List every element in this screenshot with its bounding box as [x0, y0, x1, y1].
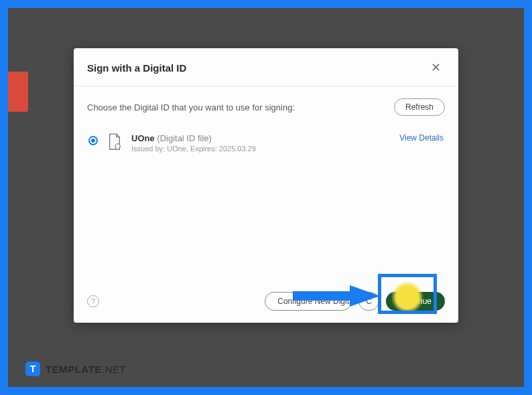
digital-id-option[interactable]: UOne (Digital ID file) Issued by: UOne, … [87, 131, 445, 155]
close-icon: ✕ [431, 61, 441, 74]
dialog-title: Sign with a Digital ID [87, 62, 186, 74]
digital-id-name: UOne [131, 133, 155, 143]
continue-button[interactable]: Continue [386, 292, 445, 311]
prompt-text: Choose the Digital ID that you want to u… [87, 102, 295, 112]
digital-id-name-line: UOne (Digital ID file) [131, 133, 390, 143]
help-icon[interactable]: ? [87, 295, 99, 307]
digital-id-issuer: Issued by: UOne, Expires: 2025.03.29 [131, 145, 390, 153]
watermark-brand: TEMPLATE [46, 364, 102, 375]
view-details-link[interactable]: View Details [399, 133, 444, 143]
watermark-suffix: .NET [102, 364, 126, 375]
svg-point-0 [115, 144, 120, 149]
app-background: Sign with a Digital ID ✕ Choose the Digi… [8, 8, 524, 387]
sign-digital-id-dialog: Sign with a Digital ID ✕ Choose the Digi… [74, 48, 458, 323]
watermark-text: TEMPLATE.NET [46, 364, 126, 375]
configure-new-id-button[interactable]: Configure New Digital ID [265, 292, 352, 311]
certificate-file-icon [107, 133, 122, 151]
cancel-button-partial[interactable]: C [358, 292, 379, 311]
dialog-body: Choose the Digital ID that you want to u… [74, 86, 458, 283]
close-button[interactable]: ✕ [427, 59, 445, 76]
radio-selected-icon[interactable] [88, 136, 98, 145]
background-red-tab [8, 72, 28, 112]
watermark-logo-icon: T [25, 362, 40, 376]
digital-id-type: (Digital ID file) [157, 133, 212, 143]
help-glyph: ? [91, 297, 95, 305]
dialog-footer: ? Configure New Digital ID C Continue [74, 283, 458, 323]
watermark: T TEMPLATE.NET [25, 362, 126, 376]
digital-id-info: UOne (Digital ID file) Issued by: UOne, … [131, 133, 390, 153]
prompt-row: Choose the Digital ID that you want to u… [87, 98, 445, 116]
refresh-button[interactable]: Refresh [394, 98, 445, 116]
dialog-header: Sign with a Digital ID ✕ [74, 48, 458, 86]
